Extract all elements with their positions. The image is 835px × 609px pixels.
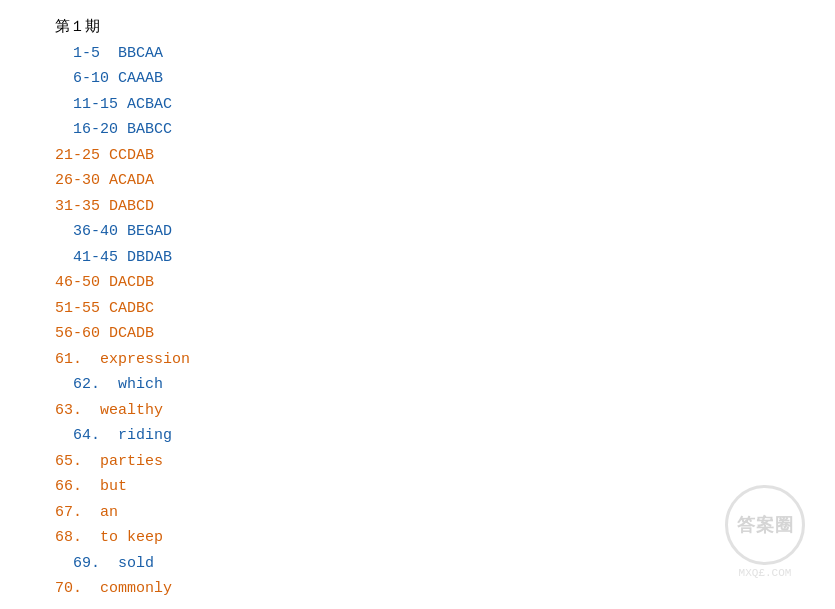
answer-line: 16-20 BABCC bbox=[55, 117, 835, 143]
watermark-circle: 答案圈 bbox=[725, 485, 805, 565]
answer-line: 6-10 CAAAB bbox=[55, 66, 835, 92]
answer-list: 1-5 BBCAA 6-10 CAAAB 11-15 ACBAC 16-20 B… bbox=[0, 41, 835, 602]
answer-line: 36-40 BEGAD bbox=[55, 219, 835, 245]
answer-line: 69. sold bbox=[55, 551, 835, 577]
answer-line: 66. but bbox=[55, 474, 835, 500]
answer-line: 21-25 CCDAB bbox=[55, 143, 835, 169]
answer-line: 51-55 CADBC bbox=[55, 296, 835, 322]
answer-line: 46-50 DACDB bbox=[55, 270, 835, 296]
answer-line: 70. commonly bbox=[55, 576, 835, 602]
answer-line: 26-30 ACADA bbox=[55, 168, 835, 194]
answer-line: 64. riding bbox=[55, 423, 835, 449]
watermark: 答案圈 MXQ£.COM bbox=[725, 485, 805, 579]
answer-line: 62. which bbox=[55, 372, 835, 398]
section-title: 第１期 bbox=[55, 15, 835, 41]
main-content: 第１期 bbox=[0, 0, 835, 41]
answer-line: 63. wealthy bbox=[55, 398, 835, 424]
answer-line: 31-35 DABCD bbox=[55, 194, 835, 220]
answer-line: 41-45 DBDAB bbox=[55, 245, 835, 271]
answer-line: 1-5 BBCAA bbox=[55, 41, 835, 67]
answer-line: 65. parties bbox=[55, 449, 835, 475]
answer-line: 67. an bbox=[55, 500, 835, 526]
answer-line: 61. expression bbox=[55, 347, 835, 373]
watermark-url: MXQ£.COM bbox=[725, 567, 805, 579]
answer-line: 11-15 ACBAC bbox=[55, 92, 835, 118]
answer-line: 68. to keep bbox=[55, 525, 835, 551]
watermark-main-text: 答案圈 bbox=[737, 513, 794, 537]
answer-line: 56-60 DCADB bbox=[55, 321, 835, 347]
